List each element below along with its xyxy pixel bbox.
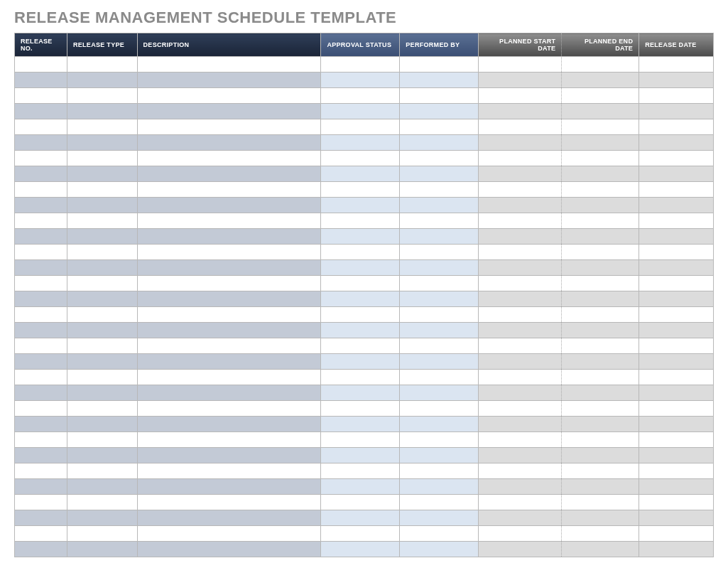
cell[interactable] (15, 198, 67, 213)
cell[interactable] (400, 510, 479, 526)
cell[interactable] (15, 385, 67, 401)
cell[interactable] (562, 213, 639, 229)
cell[interactable] (67, 198, 137, 213)
cell[interactable] (639, 338, 714, 354)
cell[interactable] (137, 291, 321, 307)
cell[interactable] (639, 119, 714, 135)
cell[interactable] (400, 57, 479, 73)
cell[interactable] (321, 448, 400, 463)
cell[interactable] (479, 463, 562, 479)
cell[interactable] (400, 291, 479, 307)
cell[interactable] (562, 417, 639, 432)
cell[interactable] (321, 57, 400, 73)
cell[interactable] (15, 104, 67, 119)
cell[interactable] (67, 338, 137, 354)
cell[interactable] (137, 88, 321, 104)
cell[interactable] (321, 291, 400, 307)
cell[interactable] (67, 260, 137, 276)
cell[interactable] (321, 510, 400, 526)
cell[interactable] (321, 260, 400, 276)
cell[interactable] (137, 182, 321, 198)
cell[interactable] (137, 198, 321, 213)
cell[interactable] (562, 151, 639, 166)
cell[interactable] (562, 495, 639, 510)
cell[interactable] (639, 385, 714, 401)
cell[interactable] (562, 385, 639, 401)
cell[interactable] (15, 229, 67, 245)
cell[interactable] (400, 463, 479, 479)
cell[interactable] (400, 245, 479, 260)
cell[interactable] (321, 245, 400, 260)
cell[interactable] (479, 401, 562, 417)
cell[interactable] (67, 119, 137, 135)
cell[interactable] (562, 135, 639, 151)
cell[interactable] (400, 198, 479, 213)
cell[interactable] (562, 448, 639, 463)
cell[interactable] (479, 245, 562, 260)
cell[interactable] (562, 73, 639, 88)
cell[interactable] (562, 88, 639, 104)
cell[interactable] (67, 323, 137, 338)
cell[interactable] (15, 182, 67, 198)
cell[interactable] (321, 495, 400, 510)
cell[interactable] (15, 417, 67, 432)
cell[interactable] (321, 526, 400, 542)
cell[interactable] (137, 479, 321, 495)
cell[interactable] (639, 432, 714, 448)
cell[interactable] (400, 401, 479, 417)
cell[interactable] (137, 104, 321, 119)
cell[interactable] (479, 323, 562, 338)
cell[interactable] (639, 166, 714, 182)
cell[interactable] (479, 57, 562, 73)
cell[interactable] (137, 323, 321, 338)
cell[interactable] (639, 88, 714, 104)
cell[interactable] (639, 354, 714, 370)
cell[interactable] (321, 370, 400, 385)
cell[interactable] (562, 463, 639, 479)
cell[interactable] (479, 338, 562, 354)
cell[interactable] (400, 260, 479, 276)
cell[interactable] (479, 104, 562, 119)
cell[interactable] (137, 542, 321, 557)
cell[interactable] (639, 448, 714, 463)
cell[interactable] (67, 495, 137, 510)
cell[interactable] (479, 213, 562, 229)
cell[interactable] (137, 73, 321, 88)
cell[interactable] (321, 229, 400, 245)
cell[interactable] (639, 323, 714, 338)
cell[interactable] (15, 119, 67, 135)
cell[interactable] (639, 510, 714, 526)
cell[interactable] (639, 276, 714, 291)
cell[interactable] (321, 276, 400, 291)
cell[interactable] (15, 510, 67, 526)
cell[interactable] (321, 166, 400, 182)
cell[interactable] (562, 276, 639, 291)
cell[interactable] (137, 510, 321, 526)
cell[interactable] (479, 119, 562, 135)
cell[interactable] (321, 354, 400, 370)
cell[interactable] (562, 260, 639, 276)
cell[interactable] (639, 213, 714, 229)
cell[interactable] (479, 276, 562, 291)
cell[interactable] (400, 370, 479, 385)
cell[interactable] (137, 151, 321, 166)
cell[interactable] (137, 260, 321, 276)
cell[interactable] (67, 510, 137, 526)
cell[interactable] (321, 73, 400, 88)
cell[interactable] (639, 291, 714, 307)
cell[interactable] (15, 245, 67, 260)
cell[interactable] (321, 151, 400, 166)
cell[interactable] (15, 448, 67, 463)
cell[interactable] (400, 385, 479, 401)
cell[interactable] (562, 166, 639, 182)
cell[interactable] (479, 307, 562, 323)
cell[interactable] (562, 432, 639, 448)
cell[interactable] (400, 135, 479, 151)
cell[interactable] (137, 135, 321, 151)
cell[interactable] (67, 245, 137, 260)
cell[interactable] (67, 213, 137, 229)
cell[interactable] (15, 135, 67, 151)
cell[interactable] (15, 291, 67, 307)
cell[interactable] (639, 417, 714, 432)
cell[interactable] (137, 463, 321, 479)
